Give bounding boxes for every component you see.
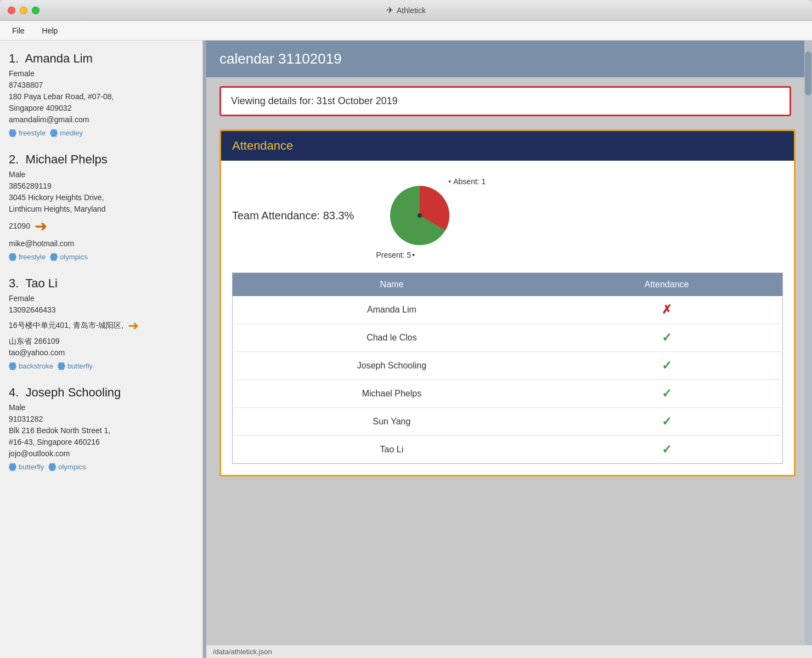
- athlete-item-4[interactable]: 4. Joseph Schooling Male 91031282 Blk 21…: [9, 385, 194, 471]
- svg-point-1: [418, 213, 422, 218]
- minimize-button[interactable]: [20, 7, 27, 14]
- athlete-name-1: 1. Amanda Lim: [9, 52, 194, 66]
- athlete-address-2: 3045 Hickory Heights Drive, Linthicum He…: [9, 192, 194, 238]
- tag-icon: [48, 463, 56, 471]
- col-attendance-header: Attendance: [551, 273, 783, 297]
- maximize-button[interactable]: [32, 7, 40, 14]
- right-with-scroll: calendar 31102019 Viewing details for: 3…: [206, 41, 812, 645]
- scrollbar-thumb[interactable]: [805, 52, 811, 95]
- athlete-item-1[interactable]: 1. Amanda Lim Female 87438807 180 Paya L…: [9, 52, 194, 137]
- tag-backstroke-3: backstroke: [9, 362, 53, 370]
- athlete-tags-2: freestyle olympics: [9, 253, 194, 261]
- athlete-gender-3: Female: [9, 293, 194, 304]
- arrow-icon-3: ➜: [128, 316, 139, 336]
- athlete-name-cell: Chad le Clos: [233, 324, 551, 352]
- tag-icon: [50, 129, 58, 137]
- arrow-icon-2: ➜: [35, 215, 47, 238]
- athlete-name-4: 4. Joseph Schooling: [9, 385, 194, 400]
- menu-file[interactable]: File: [9, 24, 28, 37]
- athlete-phone-1: 87438807: [9, 80, 194, 91]
- athlete-email-1: amandalim@gmail.com: [9, 114, 194, 126]
- status-bar: /data/athletick.json: [206, 645, 812, 658]
- menu-bar: File Help: [0, 21, 812, 41]
- app-icon: ✈: [386, 5, 393, 15]
- athlete-email-2: mike@hotmail.com: [9, 238, 194, 249]
- attendance-cell: ✓: [551, 408, 783, 436]
- athlete-item-3[interactable]: 3. Tao Li Female 13092646433 16号楼中单元401,…: [9, 276, 194, 370]
- table-row: Chad le Clos✓: [233, 324, 783, 352]
- cross-icon: ✗: [662, 303, 672, 316]
- athlete-phone-4: 91031282: [9, 413, 194, 425]
- athlete-name-cell: Joseph Schooling: [233, 352, 551, 380]
- attendance-section: Attendance Team Attendance: 83.3%: [219, 129, 796, 477]
- athlete-tags-4: butterfly olympics: [9, 463, 194, 471]
- tag-olympics-2: olympics: [50, 253, 88, 261]
- right-content: calendar 31102019 Viewing details for: 3…: [206, 41, 804, 645]
- athlete-list-panel: 1. Amanda Lim Female 87438807 180 Paya L…: [0, 41, 203, 658]
- attendance-percentage: Team Attendance: 83.3%: [232, 209, 354, 222]
- title-bar: ✈ Athletick: [0, 0, 812, 21]
- attendance-summary: Team Attendance: 83.3%: [232, 172, 783, 259]
- table-row: Michael Phelps✓: [233, 380, 783, 408]
- viewing-details-box: Viewing details for: 31st October 2019: [219, 86, 791, 116]
- close-button[interactable]: [8, 7, 15, 14]
- tag-medley-1: medley: [50, 129, 83, 137]
- athlete-email-4: jojo@outlook.com: [9, 448, 194, 460]
- athlete-name-3: 3. Tao Li: [9, 276, 194, 291]
- attendance-cell: ✗: [551, 296, 783, 324]
- col-name-header: Name: [233, 273, 551, 297]
- tag-icon: [9, 463, 16, 471]
- athlete-address-1: 180 Paya Lebar Road, #07-08,Singapore 40…: [9, 91, 194, 114]
- tag-freestyle-2: freestyle: [9, 253, 46, 261]
- athlete-phone-2: 3856289119: [9, 180, 194, 192]
- athlete-name-cell: Michael Phelps: [233, 380, 551, 408]
- athlete-address-3: 16号楼中单元401, 青岛市-城阳区, ➜ 山东省 266109: [9, 316, 194, 347]
- menu-help[interactable]: Help: [39, 24, 61, 37]
- check-icon: ✓: [662, 415, 672, 428]
- attendance-section-title: Attendance: [221, 131, 794, 161]
- main-content: 1. Amanda Lim Female 87438807 180 Paya L…: [0, 41, 812, 658]
- tag-icon: [50, 253, 58, 261]
- tag-icon: [9, 362, 16, 370]
- athlete-gender-2: Male: [9, 169, 194, 180]
- table-header-row: Name Attendance: [233, 273, 783, 297]
- table-row: Sun Yang✓: [233, 408, 783, 436]
- absent-label: Absent: 1: [448, 177, 486, 186]
- athlete-item-2[interactable]: 2. Michael Phelps Male 3856289119 3045 H…: [9, 152, 194, 261]
- scrollbar-track[interactable]: [804, 41, 812, 645]
- right-panel: calendar 31102019 Viewing details for: 3…: [206, 41, 812, 658]
- check-icon: ✓: [662, 387, 672, 400]
- present-label: Present: 5: [376, 251, 415, 259]
- athlete-name-cell: Amanda Lim: [233, 296, 551, 324]
- check-icon: ✓: [662, 331, 672, 344]
- attendance-cell: ✓: [551, 436, 783, 464]
- attendance-cell: ✓: [551, 324, 783, 352]
- athlete-gender-4: Male: [9, 402, 194, 413]
- window-title: ✈ Athletick: [386, 5, 426, 15]
- athlete-email-3: tao@yahoo.com: [9, 347, 194, 359]
- athlete-name-cell: Sun Yang: [233, 408, 551, 436]
- tag-icon: [58, 362, 65, 370]
- table-row: Amanda Lim✗: [233, 296, 783, 324]
- athlete-tags-1: freestyle medley: [9, 129, 194, 137]
- athlete-name-cell: Tao Li: [233, 436, 551, 464]
- attendance-chart: Absent: 1 Present: 5: [376, 172, 486, 259]
- attendance-cell: ✓: [551, 352, 783, 380]
- traffic-lights: [8, 7, 40, 14]
- athlete-tags-3: backstroke butterfly: [9, 362, 194, 370]
- calendar-header: calendar 31102019: [206, 41, 804, 77]
- table-row: Joseph Schooling✓: [233, 352, 783, 380]
- attendance-body: Team Attendance: 83.3%: [221, 161, 794, 475]
- athlete-address-4: Blk 216 Bedok North Street 1, #16-43, Si…: [9, 425, 194, 448]
- tag-olympics-4: olympics: [48, 463, 86, 471]
- check-icon: ✓: [662, 359, 672, 372]
- tag-icon: [9, 129, 16, 137]
- tag-freestyle-1: freestyle: [9, 129, 46, 137]
- check-icon: ✓: [662, 443, 672, 456]
- athlete-phone-3: 13092646433: [9, 304, 194, 316]
- athlete-name-2: 2. Michael Phelps: [9, 152, 194, 167]
- pie-chart-svg: [387, 183, 453, 248]
- attendance-cell: ✓: [551, 380, 783, 408]
- attendance-table: Name Attendance Amanda Lim✗Chad le Clos✓…: [232, 273, 783, 464]
- tag-butterfly-4: butterfly: [9, 463, 44, 471]
